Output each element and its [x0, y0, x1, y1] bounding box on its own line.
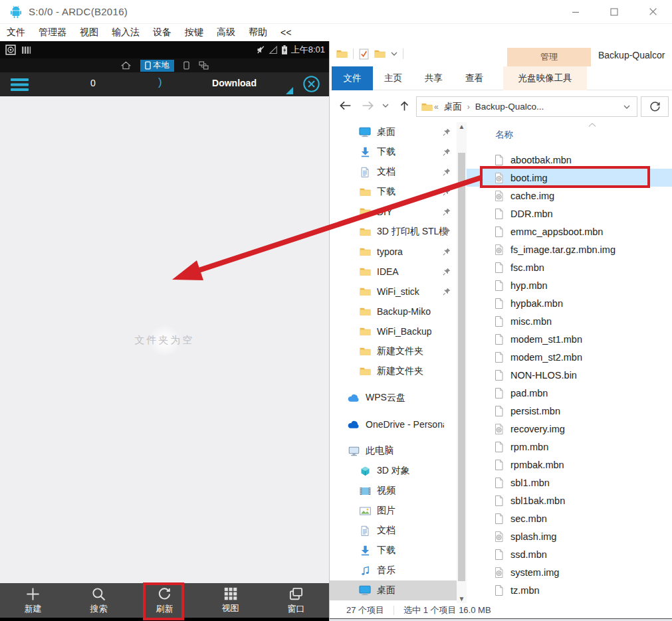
sidebar-item-21[interactable]: 音乐 — [330, 561, 457, 580]
file-name: ssd.mbn — [510, 549, 547, 560]
breadcrumb-current[interactable]: Backup-Qualco... — [471, 102, 548, 112]
ribbon-tab-3[interactable]: 查看 — [454, 66, 495, 90]
file-row-abootbak.mbn[interactable]: abootbak.mbn — [467, 151, 672, 169]
ribbon-tab-2[interactable]: 共享 — [413, 66, 454, 90]
file-row-tz.mbn[interactable]: tz.mbn — [467, 581, 672, 599]
scroll-up-icon[interactable]: ▲︎ — [457, 123, 467, 130]
sidebar-item-10[interactable]: WiFi_Backup — [330, 321, 457, 341]
menu-item-0[interactable]: 文件 — [0, 27, 32, 39]
tab-local[interactable]: 本地 — [140, 60, 174, 72]
folder-icon[interactable] — [374, 49, 386, 58]
sidebar-item-2[interactable]: 文档 — [330, 162, 457, 182]
file-row-sbl1.mbn[interactable]: sbl1.mbn — [467, 474, 672, 491]
address-bar[interactable]: « 桌面 › Backup-Qualco... — [416, 96, 637, 117]
home-icon[interactable] — [121, 61, 131, 70]
android-button-plus[interactable]: 新建 — [0, 583, 66, 618]
breadcrumb-desktop[interactable]: 桌面 — [440, 101, 466, 113]
file-row-DDR.mbn[interactable]: DDR.mbn — [467, 205, 672, 222]
network-icon[interactable] — [199, 61, 209, 70]
sidebar-item-15[interactable]: 此电脑 — [330, 441, 457, 461]
refresh-button[interactable] — [641, 96, 669, 117]
column-header-name[interactable]: 名称 — [495, 129, 513, 141]
close-button[interactable] — [633, 0, 672, 24]
back-icon[interactable] — [338, 100, 352, 111]
android-button-search[interactable]: 搜索 — [66, 583, 132, 618]
file-row-cache.img[interactable]: cache.img — [467, 187, 672, 205]
file-row-fsc.mbn[interactable]: fsc.mbn — [467, 258, 672, 276]
file-row-modem_st1.mbn[interactable]: modem_st1.mbn — [467, 330, 672, 348]
sidebar-item-8[interactable]: WiFi_stick — [330, 282, 457, 302]
menu-item-2[interactable]: 视图 — [73, 27, 105, 39]
up-icon[interactable] — [399, 100, 409, 112]
file-row-sbl1bak.mbn[interactable]: sbl1bak.mbn — [467, 491, 672, 509]
sidebar-scrollbar[interactable]: ▲︎ ▼︎ — [457, 122, 467, 603]
android-button-grid[interactable]: 视图 — [197, 583, 263, 618]
file-row-persist.mbn[interactable]: persist.mbn — [467, 402, 672, 420]
sidebar-item-19[interactable]: 文档 — [330, 521, 457, 541]
sidebar-item-9[interactable]: Backup-Miko — [330, 302, 457, 321]
file-row-misc.mbn[interactable]: misc.mbn — [467, 312, 672, 330]
address-dropdown-icon[interactable] — [623, 105, 630, 109]
close-window-icon[interactable] — [302, 75, 320, 93]
file-row-NON-HLOS.bin[interactable]: NON-HLOS.bin — [467, 366, 672, 384]
file-row-modem_st2.mbn[interactable]: modem_st2.mbn — [467, 348, 672, 366]
file-row-pad.mbn[interactable]: pad.mbn — [467, 384, 672, 402]
file-row-rpm.mbn[interactable]: rpm.mbn — [467, 438, 672, 456]
sidebar-item-3[interactable]: 下载 — [330, 182, 457, 202]
scrollbar-thumb[interactable] — [458, 153, 465, 581]
sidebar-item-1[interactable]: 下载 — [330, 142, 457, 162]
file-name: modem_st1.mbn — [510, 334, 582, 345]
sidebar-item-22[interactable]: 桌面 — [330, 580, 457, 600]
android-button-refresh[interactable]: 刷新 — [132, 583, 197, 618]
file-row-emmc_appsboot.mbn[interactable]: emmc_appsboot.mbn — [467, 222, 672, 240]
sidebar-item-16[interactable]: 3D 对象 — [330, 461, 457, 481]
file-row-system.img[interactable]: system.img — [467, 563, 672, 581]
file-row-ssd.mbn[interactable]: ssd.mbn — [467, 545, 672, 563]
android-button-windows[interactable]: 窗口 — [263, 583, 329, 618]
phone-gray-icon[interactable] — [183, 61, 189, 70]
menu-item-1[interactable]: 管理器 — [32, 27, 73, 39]
file-row-hypbak.mbn[interactable]: hypbak.mbn — [467, 294, 672, 312]
ribbon-tab-1[interactable]: 主页 — [373, 66, 413, 90]
chevron-down-icon[interactable] — [391, 52, 397, 56]
ribbon-tab-0[interactable]: 文件 — [332, 66, 373, 90]
menu-item-8[interactable]: << — [274, 27, 298, 38]
file-row-rpmbak.mbn[interactable]: rpmbak.mbn — [467, 456, 672, 474]
menu-item-3[interactable]: 输入法 — [105, 27, 146, 39]
history-chevron-icon[interactable] — [382, 104, 389, 108]
maximize-button[interactable] — [595, 0, 633, 24]
folder-icon[interactable] — [336, 49, 348, 58]
sidebar-item-0[interactable]: 桌面 — [330, 122, 457, 142]
sidebar-item-13[interactable]: WPS云盘 — [330, 388, 457, 408]
sidebar-item-14[interactable]: OneDrive - Persona — [330, 414, 457, 434]
sidebar-item-12[interactable]: 新建文件夹 — [330, 361, 457, 381]
sidebar-item-5[interactable]: 3D 打印机 STL模 — [330, 222, 457, 242]
menu-item-7[interactable]: 帮助 — [242, 27, 274, 39]
menu-icon[interactable] — [11, 78, 29, 91]
sidebar-item-11[interactable]: 新建文件夹 — [330, 341, 457, 361]
scroll-down-icon[interactable]: ▼︎ — [457, 595, 467, 602]
sidebar-item-7[interactable]: IDEA — [330, 262, 457, 282]
file-row-recovery.img[interactable]: recovery.img — [467, 420, 672, 438]
file-row-fs_image.tar.gz.mbn.img[interactable]: fs_image.tar.gz.mbn.img — [467, 240, 672, 258]
dropdown-corner-icon[interactable] — [286, 87, 293, 94]
grid-icon — [223, 586, 238, 601]
menu-item-6[interactable]: 高级 — [210, 27, 242, 39]
sidebar-item-4[interactable]: DIY — [330, 202, 457, 222]
file-row-boot.img[interactable]: boot.img — [467, 169, 672, 187]
file-row-splash.img[interactable]: splash.img — [467, 527, 672, 545]
file-row-hyp.mbn[interactable]: hyp.mbn — [467, 276, 672, 294]
sidebar-item-18[interactable]: 图片 — [330, 501, 457, 521]
check-doc-icon[interactable] — [359, 48, 369, 60]
sidebar-item-20[interactable]: 下载 — [330, 541, 457, 561]
forward-icon[interactable] — [362, 100, 375, 111]
sidebar-item-17[interactable]: 视频 — [330, 481, 457, 501]
menu-item-4[interactable]: 设备 — [146, 27, 178, 39]
ribbon-tab-4[interactable]: 光盘映像工具 — [503, 66, 587, 90]
minimize-button[interactable] — [556, 0, 595, 24]
menu-item-5[interactable]: 按键 — [178, 27, 210, 39]
breadcrumb-folder[interactable]: Download — [203, 78, 266, 88]
phone-icon — [145, 61, 151, 70]
sidebar-item-6[interactable]: typora — [330, 242, 457, 262]
file-row-sec.mbn[interactable]: sec.mbn — [467, 509, 672, 527]
